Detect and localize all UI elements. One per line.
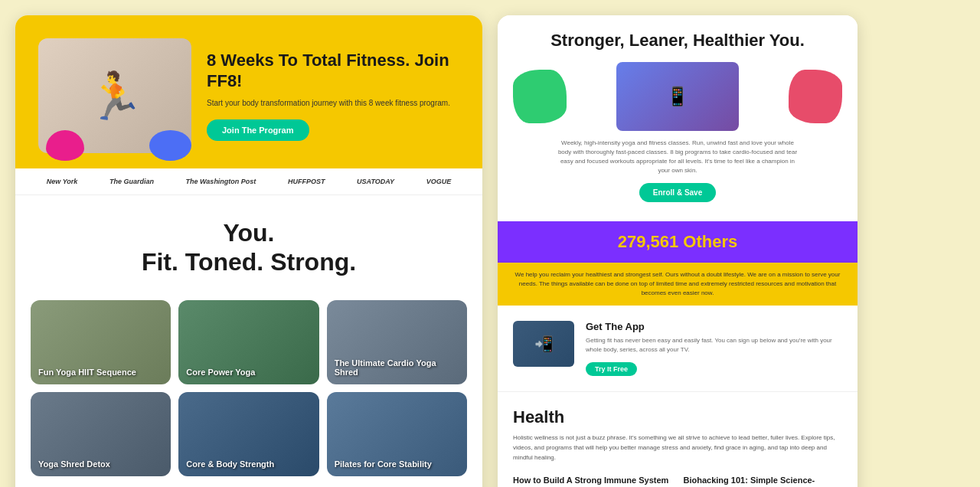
- enroll-save-button[interactable]: Enroll & Save: [639, 183, 716, 202]
- shape-pink: [46, 130, 84, 161]
- grid-label-yoga-hiit: Fun Yoga HIIT Sequence: [38, 368, 163, 377]
- hero-image-block: [38, 38, 191, 153]
- hero-title: 8 Weeks To Total Fitness. Join FF8!: [207, 51, 459, 91]
- grid-label-core-power-yoga: Core Power Yoga: [186, 368, 311, 377]
- right-hero: Stronger, Leaner, Healthier You. 📱 Weekl…: [498, 15, 858, 221]
- grid-item-core-body[interactable]: Core & Body Strength: [178, 392, 318, 476]
- article-immune: How to Build A Strong Immune System – Th…: [513, 475, 672, 487]
- hero-section: 8 Weeks To Total Fitness. Join FF8! Star…: [15, 15, 482, 168]
- app-section-description: Getting fit has never been easy and easi…: [586, 336, 842, 355]
- grid-item-pilates[interactable]: Pilates for Core Stability: [327, 392, 467, 476]
- health-section: Health Holistic wellness is not just a b…: [498, 392, 858, 487]
- media-logo-vogue: VOGUE: [426, 178, 452, 185]
- green-blob-shape: [513, 70, 567, 123]
- app-text-block: Get The App Getting fit has never been e…: [586, 321, 842, 376]
- grid-label-pilates: Pilates for Core Stability: [335, 459, 459, 469]
- main-heading-section: You.Fit. Toned. Strong.: [15, 195, 482, 293]
- main-heading: You.Fit. Toned. Strong.: [31, 218, 467, 277]
- pink-blob-shape: [789, 70, 842, 123]
- hero-text-block: 8 Weeks To Total Fitness. Join FF8! Star…: [207, 51, 459, 141]
- purple-banner: 279,561 Others: [498, 221, 858, 263]
- media-logo-newyork: New York: [47, 178, 78, 185]
- right-card: Stronger, Leaner, Healthier You. 📱 Weekl…: [498, 15, 858, 487]
- app-section: 📲 Get The App Getting fit has never been…: [498, 306, 858, 392]
- yellow-sub-banner: We help you reclaim your healthiest and …: [498, 263, 858, 306]
- workout-grid: Fun Yoga HIIT Sequence Core Power Yoga T…: [15, 293, 482, 487]
- app-section-title: Get The App: [586, 321, 842, 332]
- media-logo-washington: The Washington Post: [186, 178, 256, 185]
- grid-item-core-power-yoga[interactable]: Core Power Yoga: [178, 300, 318, 384]
- article-immune-title: How to Build A Strong Immune System – Th…: [513, 475, 672, 487]
- health-articles-grid: How to Build A Strong Immune System – Th…: [513, 475, 842, 487]
- left-card: 8 Weeks To Total Fitness. Join FF8! Star…: [15, 15, 482, 487]
- outer-wrapper: 8 Weeks To Total Fitness. Join FF8! Star…: [15, 15, 965, 487]
- grid-label-yoga-detox: Yoga Shred Detox: [38, 459, 163, 469]
- join-program-button[interactable]: Join The Program: [207, 119, 309, 141]
- health-section-title: Health: [513, 407, 842, 427]
- media-logo-usatoday: USATODAY: [357, 178, 394, 185]
- try-free-button[interactable]: Try It Free: [586, 362, 637, 376]
- right-hero-small-text: Weekly, high-intensity yoga and fitness …: [555, 139, 800, 175]
- grid-label-cardio-shred: The Ultimate Cardio Yoga Shred: [335, 358, 459, 377]
- health-section-description: Holistic wellness is not just a buzz phr…: [513, 433, 842, 462]
- device-mockup: 📱: [616, 62, 739, 131]
- shape-blue: [149, 130, 191, 161]
- media-logo-huffpost: HUFFPOST: [288, 178, 325, 185]
- purple-banner-text: 279,561 Others: [513, 232, 842, 252]
- media-logos-row: New York The Guardian The Washington Pos…: [15, 168, 482, 195]
- right-hero-title: Stronger, Leaner, Healthier You.: [513, 31, 842, 51]
- app-mockup-image: 📲: [513, 321, 574, 367]
- grid-item-cardio-shred[interactable]: The Ultimate Cardio Yoga Shred: [327, 300, 467, 384]
- grid-label-core-body: Core & Body Strength: [186, 459, 311, 469]
- grid-item-yoga-detox[interactable]: Yoga Shred Detox: [31, 392, 171, 476]
- media-logo-guardian: The Guardian: [109, 178, 154, 185]
- article-biohacking-title: Biohacking 101: Simple Science-Backed Pr…: [684, 475, 843, 487]
- yellow-sub-text: We help you reclaim your healthiest and …: [513, 270, 842, 298]
- article-biohacking: Biohacking 101: Simple Science-Backed Pr…: [684, 475, 843, 487]
- grid-item-yoga-hiit[interactable]: Fun Yoga HIIT Sequence: [31, 300, 171, 384]
- hero-subtitle: Start your body transformation journey w…: [207, 97, 459, 109]
- right-shapes-row: 📱: [513, 62, 842, 131]
